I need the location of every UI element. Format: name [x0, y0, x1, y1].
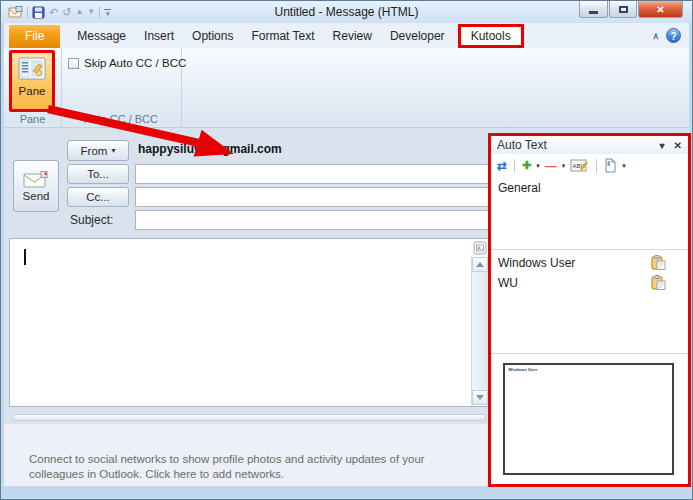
autocc-group-label[interactable]: Auto CC / BCC: [61, 113, 181, 125]
preview-text: Windows User: [505, 365, 537, 372]
from-dropdown-icon: ▾: [111, 146, 115, 155]
pane-group-label[interactable]: Pane: [4, 113, 61, 125]
restore-button[interactable]: [609, 1, 637, 18]
rename-icon[interactable]: ABC: [570, 158, 589, 173]
pane-icon: [18, 57, 46, 81]
titlebar: ↶ ↺ ▲ ▼ ▾ Untitled - Message (HTML) ✕: [1, 1, 692, 23]
autotext-entry[interactable]: Windows User: [491, 253, 688, 273]
autotext-toolbar: ⇄ ✚ ▾ — ▾ ABC ▾: [491, 154, 688, 177]
from-address: happysiluvia@gmail.com: [138, 142, 282, 156]
client-area: Send From ▾ happysiluvia@gmail.com To...…: [4, 128, 689, 486]
add-entry-icon[interactable]: ✚: [522, 159, 531, 172]
to-button[interactable]: To...: [67, 164, 129, 184]
remove-dropdown-icon[interactable]: ▾: [562, 162, 566, 170]
scroll-down-button[interactable]: [472, 390, 488, 405]
send-button[interactable]: Send: [13, 160, 59, 212]
skip-auto-cc-checkbox[interactable]: [68, 58, 79, 69]
ribbon-group-autocc: Skip Auto CC / BCC Auto CC / BCC: [61, 48, 182, 127]
minimize-button[interactable]: [579, 1, 608, 18]
autotext-entry[interactable]: WU: [491, 273, 688, 293]
tab-file[interactable]: File: [9, 25, 60, 48]
tab-format-text[interactable]: Format Text: [242, 25, 323, 48]
scroll-up-button[interactable]: [472, 257, 488, 272]
outlook-message-window: ↶ ↺ ▲ ▼ ▾ Untitled - Message (HTML) ✕ Fi…: [0, 0, 693, 500]
tab-options[interactable]: Options: [183, 25, 242, 48]
cc-button[interactable]: Cc...: [67, 187, 129, 207]
to-input[interactable]: [135, 164, 490, 184]
autotext-header: Auto Text ▾ ✕: [491, 136, 688, 154]
entry-name: WU: [498, 276, 518, 290]
collapse-ribbon-icon[interactable]: ∧: [652, 31, 659, 41]
send-icon: [23, 171, 49, 188]
browse-object-icon[interactable]: [472, 240, 488, 256]
subject-input[interactable]: [135, 210, 490, 230]
preview-area: Windows User: [491, 354, 688, 483]
social-connect-text[interactable]: Connect to social networks to show profi…: [29, 452, 453, 482]
pane-button[interactable]: Pane: [9, 50, 55, 112]
paste-icon[interactable]: [651, 275, 666, 290]
tab-review[interactable]: Review: [324, 25, 381, 48]
remove-entry-icon[interactable]: —: [545, 162, 557, 170]
tab-developer[interactable]: Developer: [381, 25, 454, 48]
text-caret: [24, 249, 26, 265]
people-pane-splitter[interactable]: [12, 414, 486, 421]
from-button[interactable]: From ▾: [67, 140, 129, 161]
to-button-label: To...: [87, 168, 109, 180]
ribbon-tab-row: File Message Insert Options Format Text …: [4, 23, 689, 48]
tab-kutools[interactable]: Kutools: [458, 24, 524, 48]
list-divider: [491, 249, 688, 250]
entry-name: Windows User: [498, 256, 575, 270]
help-button[interactable]: ?: [666, 28, 681, 43]
autotext-list: General Windows User WU: [491, 177, 688, 483]
from-button-label: From: [81, 145, 108, 157]
new-document-dropdown-icon[interactable]: ▾: [622, 162, 626, 170]
send-button-label: Send: [23, 190, 50, 202]
pane-close-icon[interactable]: ✕: [674, 140, 682, 151]
cc-input[interactable]: [135, 187, 490, 207]
add-dropdown-icon[interactable]: ▾: [536, 162, 540, 170]
preview-box: Windows User: [503, 363, 674, 475]
refresh-icon[interactable]: ⇄: [497, 159, 507, 173]
tab-insert[interactable]: Insert: [135, 25, 183, 48]
autotext-title: Auto Text: [497, 138, 547, 152]
tab-message[interactable]: Message: [68, 25, 135, 48]
new-document-icon[interactable]: [604, 158, 617, 173]
close-icon: ✕: [656, 4, 664, 15]
body-scrollbar[interactable]: [471, 257, 488, 405]
skip-auto-cc-label[interactable]: Skip Auto CC / BCC: [84, 57, 186, 69]
cc-button-label: Cc...: [86, 191, 110, 203]
ribbon: Pane Pane Skip Auto CC / BCC Auto CC / B…: [4, 48, 689, 128]
paste-icon[interactable]: [651, 255, 666, 270]
ribbon-group-pane: Pane Pane: [4, 48, 62, 127]
subject-label: Subject:: [70, 213, 113, 227]
pane-button-label: Pane: [19, 85, 46, 97]
message-body[interactable]: [9, 238, 490, 407]
pane-menu-dropdown-icon[interactable]: ▾: [660, 140, 665, 151]
category-label[interactable]: General: [498, 181, 541, 195]
close-button[interactable]: ✕: [638, 1, 683, 18]
autotext-pane: Auto Text ▾ ✕ ⇄ ✚ ▾ — ▾ ABC: [488, 133, 691, 487]
window-controls: ✕: [578, 1, 683, 18]
